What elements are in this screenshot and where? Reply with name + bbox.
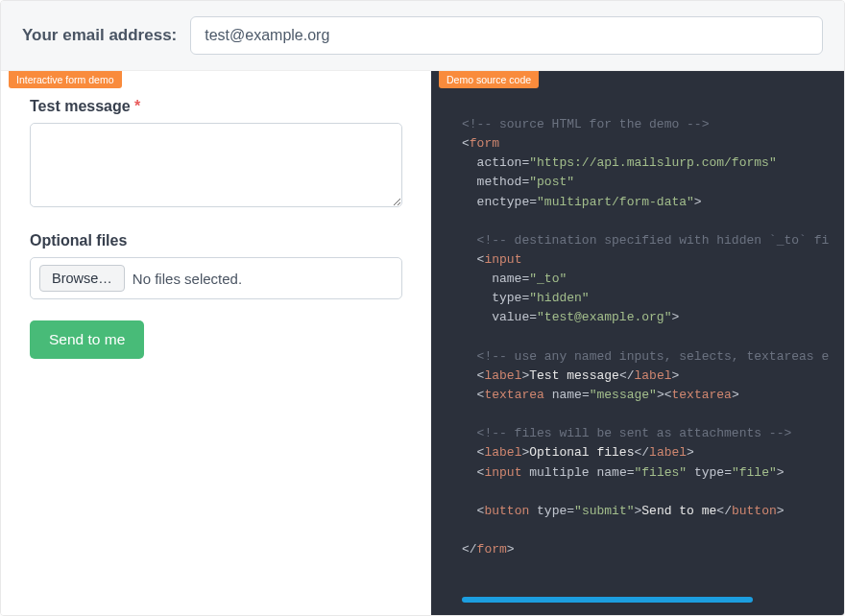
- code-val: "multipart/form-data": [537, 195, 694, 209]
- code-tag: label: [484, 445, 521, 460]
- top-bar: Your email address:: [1, 1, 844, 71]
- panels: Interactive form demo Test message * Opt…: [1, 71, 844, 616]
- code-tag: input: [484, 252, 521, 267]
- code-comment: <!-- files will be sent as attachments -…: [477, 426, 792, 440]
- form-panel: Interactive form demo Test message * Opt…: [1, 71, 431, 616]
- file-input-row: Browse… No files selected.: [30, 257, 402, 299]
- code-tag: button: [732, 504, 777, 518]
- code-val: "file": [732, 465, 777, 480]
- code-attr: type: [537, 504, 567, 518]
- code-val: "hidden": [529, 291, 589, 305]
- code-tag: form: [470, 136, 499, 151]
- horizontal-scrollbar[interactable]: [462, 597, 817, 603]
- code-val: "_to": [529, 272, 567, 286]
- required-indicator: *: [134, 98, 140, 114]
- code-val: "https://api.mailslurp.com/forms": [529, 155, 776, 170]
- file-status-text: No files selected.: [133, 271, 242, 287]
- send-button[interactable]: Send to me: [30, 320, 144, 359]
- code-val: "post": [529, 175, 574, 189]
- code-val: "files": [635, 465, 688, 480]
- files-group: Optional files Browse… No files selected…: [30, 232, 402, 299]
- email-label: Your email address:: [22, 26, 177, 45]
- code-tag: input: [484, 465, 521, 480]
- app-frame: Your email address: Interactive form dem…: [0, 0, 845, 616]
- browse-button[interactable]: Browse…: [39, 265, 125, 292]
- code-comment: <!-- source HTML for the demo -->: [462, 117, 709, 131]
- code-attr: type: [492, 291, 521, 305]
- code-tag: label: [649, 445, 687, 460]
- message-textarea[interactable]: [30, 123, 402, 207]
- code-text: Optional files: [529, 445, 634, 460]
- code-val: "message": [590, 388, 657, 402]
- code-panel-badge: Demo source code: [439, 71, 539, 88]
- code-text: Test message: [529, 368, 619, 383]
- code-tag: textarea: [484, 388, 543, 402]
- code-tag: form: [477, 542, 507, 557]
- code-comment: <!-- use any named inputs, selects, text…: [477, 349, 830, 364]
- code-text: Send to me: [641, 504, 716, 518]
- code-tag: textarea: [672, 388, 732, 402]
- code-panel: Demo source code <!-- source HTML for th…: [431, 71, 844, 616]
- message-label-text: Test message: [30, 98, 131, 114]
- email-input[interactable]: [190, 16, 823, 55]
- code-comment: <!-- destination specified with hidden `…: [477, 233, 830, 248]
- code-attr: type: [694, 465, 724, 480]
- code-attr: enctype: [477, 195, 530, 209]
- message-label: Test message *: [30, 98, 402, 115]
- code-val: "submit": [574, 504, 634, 518]
- code-tag: label: [634, 368, 671, 383]
- code-tag: label: [484, 368, 521, 383]
- code-attr: value: [492, 310, 529, 324]
- code-attr: name: [492, 272, 521, 286]
- code-attr: multiple: [529, 465, 589, 480]
- scrollbar-thumb[interactable]: [462, 597, 753, 603]
- code-attr: name: [596, 465, 626, 480]
- files-label: Optional files: [30, 232, 402, 249]
- source-code: <!-- source HTML for the demo --> <form …: [462, 115, 834, 559]
- code-attr: action: [477, 155, 522, 170]
- code-tag: button: [484, 504, 529, 518]
- code-val: "test@example.org": [537, 310, 671, 324]
- form-panel-badge: Interactive form demo: [9, 71, 122, 88]
- code-attr: name: [552, 388, 582, 402]
- code-attr: method: [477, 175, 522, 189]
